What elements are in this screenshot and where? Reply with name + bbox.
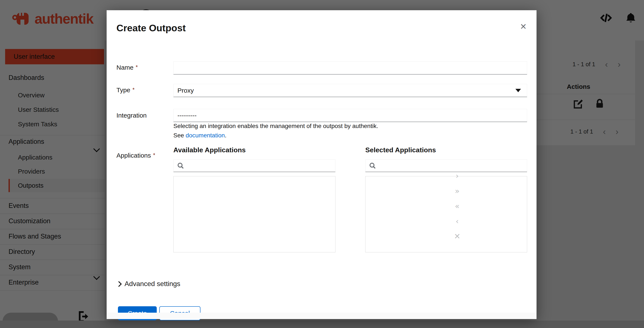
dropdown-caret-icon xyxy=(516,89,521,92)
move-selected-right-icon[interactable]: › xyxy=(456,172,459,180)
move-all-left-icon[interactable]: « xyxy=(455,202,460,210)
close-icon[interactable]: ✕ xyxy=(520,22,527,31)
available-search-input[interactable] xyxy=(187,162,335,169)
available-applications-listbox[interactable] xyxy=(173,176,336,252)
selected-search-input[interactable] xyxy=(379,162,527,169)
move-selected-left-icon[interactable]: ‹ xyxy=(456,217,459,225)
available-search[interactable] xyxy=(173,159,336,172)
type-select[interactable]: Proxy xyxy=(173,84,527,97)
clear-selection-icon[interactable]: ✕ xyxy=(454,233,460,240)
search-icon xyxy=(177,162,184,169)
type-select-value: Proxy xyxy=(178,87,194,94)
required-marker: * xyxy=(136,64,138,70)
chevron-right-icon xyxy=(116,281,122,287)
create-outpost-modal: Create Outpost ✕ Name* Type* Proxy Integ… xyxy=(106,10,536,319)
required-marker: * xyxy=(153,152,155,158)
name-field[interactable] xyxy=(173,61,527,75)
integration-select[interactable]: --------- xyxy=(173,109,527,122)
advanced-settings-toggle[interactable]: Advanced settings xyxy=(124,280,180,288)
integration-help-docs: See documentation. xyxy=(173,132,226,139)
applications-label: Applications* xyxy=(116,152,155,159)
integration-label: Integration xyxy=(116,112,147,119)
selected-applications-title: Selected Applications xyxy=(365,146,436,154)
required-marker: * xyxy=(132,86,134,93)
selected-applications-listbox[interactable] xyxy=(365,176,527,252)
type-label: Type* xyxy=(116,86,134,94)
name-label: Name* xyxy=(116,64,138,71)
integration-select-value: --------- xyxy=(178,112,196,119)
modal-title: Create Outpost xyxy=(116,22,186,34)
move-all-right-icon[interactable]: » xyxy=(455,187,460,195)
available-applications-title: Available Applications xyxy=(173,146,246,154)
modal-footer-strip xyxy=(106,313,536,319)
search-icon xyxy=(369,162,376,169)
transfer-controls: › » « ‹ ✕ xyxy=(447,172,468,240)
integration-help-text: Selecting an integration enables the man… xyxy=(173,123,378,130)
documentation-link[interactable]: documentation xyxy=(186,132,225,139)
selected-search[interactable] xyxy=(365,159,527,172)
